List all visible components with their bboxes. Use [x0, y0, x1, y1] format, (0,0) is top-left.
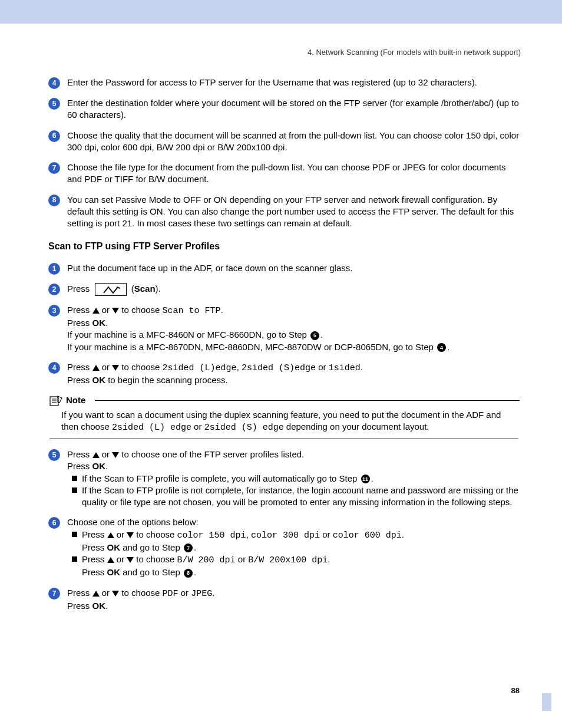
txt: to choose — [134, 554, 177, 564]
down-arrow-icon — [112, 452, 119, 458]
proc-step-7: 7 Press or to choose PDF or JPEG. Press … — [48, 587, 520, 612]
up-arrow-icon — [92, 591, 100, 597]
ref-4-icon: 4 — [437, 343, 446, 352]
txt: or — [100, 588, 113, 598]
badge-6b-icon: 6 — [48, 517, 60, 529]
code: 1sided — [329, 363, 361, 373]
ref-7-icon: 7 — [184, 543, 193, 552]
intro-step-5: 5 Enter the destination folder where you… — [48, 97, 520, 121]
txt: or — [320, 529, 333, 539]
down-arrow-icon — [112, 308, 119, 314]
proc-step-3: 3 Press or to choose Scan to FTP. Press … — [48, 304, 520, 353]
txt: Choose one of the options below: — [67, 517, 199, 527]
txt: or — [114, 529, 127, 539]
txt: . — [361, 362, 363, 372]
code: color 150 dpi — [177, 531, 246, 541]
intro-step-7-text: Choose the file type for the document fr… — [67, 162, 520, 186]
page-number: 88 — [511, 686, 520, 696]
txt: Press — [82, 542, 107, 552]
txt: Press — [67, 588, 92, 598]
ok-label: OK — [92, 461, 106, 471]
proc-step-6: 6 Choose one of the options below: Press… — [48, 516, 520, 578]
txt: to choose — [119, 588, 162, 598]
bullet-item: If the Scan to FTP profile is not comple… — [72, 485, 520, 509]
note-icon — [49, 396, 62, 406]
txt: Press — [82, 554, 107, 564]
txt: Press — [67, 362, 92, 372]
bullet-icon — [72, 487, 77, 493]
badge-6-icon: 6 — [48, 130, 60, 142]
badge-5-icon: 5 — [48, 98, 60, 110]
note-block: Note If you want to scan a document usin… — [48, 394, 520, 439]
txt: If your machine is a MFC-8670DN, MFC-886… — [67, 342, 436, 352]
txt: Press — [67, 375, 92, 385]
txt: or — [191, 421, 204, 431]
bullet-text: If the Scan to FTP profile is complete, … — [82, 473, 373, 485]
intro-step-4: 4 Enter the Password for access to FTP s… — [48, 77, 520, 89]
txt: to choose — [119, 362, 162, 372]
bullet-icon — [72, 556, 77, 562]
down-arrow-icon — [112, 365, 119, 371]
bullet-item: If the Scan to FTP profile is complete, … — [72, 473, 520, 485]
intro-step-4-text: Enter the Password for access to FTP ser… — [67, 77, 520, 88]
press-label: Press — [67, 284, 90, 294]
txt: If the Scan to FTP profile is complete, … — [82, 473, 360, 483]
txt: or — [100, 449, 113, 459]
txt: to choose — [134, 529, 177, 539]
proc-step-6-text: Choose one of the options below: Press o… — [67, 516, 520, 578]
txt: to choose one of the FTP server profiles… — [119, 449, 304, 459]
intro-step-7: 7 Choose the file type for the document … — [48, 162, 520, 186]
proc-step-5-text: Press or to choose one of the FTP server… — [67, 449, 520, 508]
bullet-text: Press or to choose B/W 200 dpi or B/W 20… — [82, 554, 330, 579]
proc-step-1-text: Put the document face up in the ADF, or … — [67, 262, 520, 274]
ref-5-icon: 5 — [310, 331, 319, 340]
bullet-text: Press or to choose color 150 dpi, color … — [82, 529, 404, 554]
proc-step-2: 2 Press (Scan). — [48, 283, 520, 296]
badge-4-icon: 4 — [48, 77, 60, 89]
code: Scan to FTP — [163, 306, 221, 316]
txt: Press — [67, 601, 92, 611]
ok-label: OK — [107, 542, 121, 552]
code: PDF — [163, 589, 178, 599]
proc-step-1: 1 Put the document face up in the ADF, o… — [48, 262, 520, 275]
txt: or — [114, 554, 127, 564]
txt: . — [212, 588, 214, 598]
bullet-item: Press or to choose color 150 dpi, color … — [72, 529, 520, 554]
proc-step-3-text: Press or to choose Scan to FTP. Press OK… — [67, 304, 520, 353]
txt: Press — [82, 529, 107, 539]
txt: Press — [67, 318, 92, 328]
txt: and go to Step — [120, 542, 183, 552]
code: color 600 dpi — [333, 531, 402, 541]
badge-5b-icon: 5 — [48, 449, 60, 461]
badge-7-icon: 7 — [48, 162, 60, 174]
note-label: Note — [66, 394, 85, 406]
up-arrow-icon — [92, 452, 100, 458]
txt: Press — [67, 449, 92, 459]
code: JPEG — [191, 589, 212, 599]
page-header: 4. Network Scanning (For models with bui… — [47, 47, 521, 58]
intro-step-8-text: You can set Passive Mode to OFF or ON de… — [67, 194, 520, 230]
badge-4b-icon: 4 — [48, 362, 60, 374]
code: 2sided (S)edge — [242, 363, 316, 373]
scan-key-icon — [95, 283, 127, 296]
code: B/W 200 dpi — [177, 555, 236, 565]
code: color 300 dpi — [251, 531, 320, 541]
note-body: If you want to scan a document using the… — [61, 409, 518, 434]
txt: or — [100, 362, 113, 372]
ok-label: OK — [107, 567, 121, 577]
up-arrow-icon — [107, 532, 114, 538]
up-arrow-icon — [92, 365, 100, 371]
bullet-icon — [72, 476, 77, 481]
bullet-text: If the Scan to FTP profile is not comple… — [82, 485, 520, 509]
down-arrow-icon — [112, 591, 119, 597]
note-rule — [95, 400, 520, 401]
ok-label: OK — [92, 601, 106, 611]
txt: or — [178, 588, 191, 598]
bullet-icon — [72, 532, 77, 537]
page-content: 4 Enter the Password for access to FTP s… — [48, 77, 520, 620]
top-bar — [0, 0, 562, 24]
badge-1-icon: 1 — [48, 263, 60, 275]
ok-label: OK — [92, 375, 106, 385]
intro-step-5-text: Enter the destination folder where your … — [67, 97, 520, 121]
txt: If your machine is a MFC-8460N or MFC-86… — [67, 330, 309, 340]
